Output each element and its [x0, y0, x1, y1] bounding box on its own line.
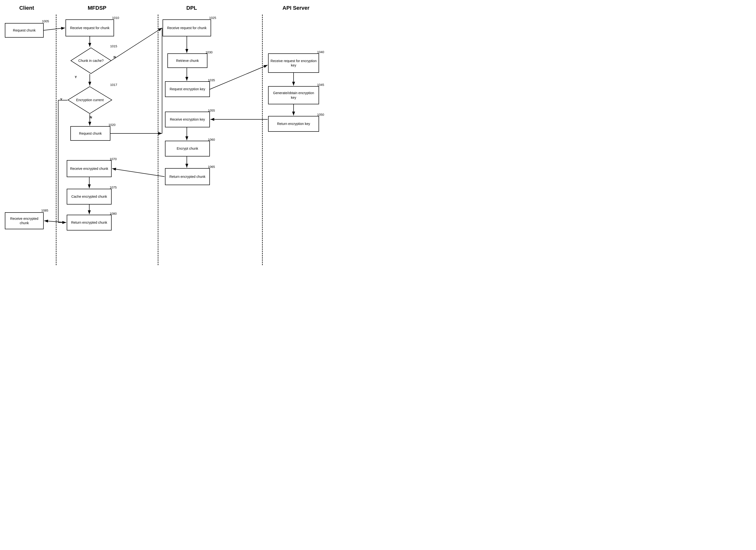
- ref-1030: 1030: [205, 50, 213, 54]
- label-n-encryption: N: [90, 115, 92, 119]
- ref-1045: 1045: [317, 83, 324, 87]
- ref-1085: 1085: [41, 209, 48, 212]
- ref-1017: 1017: [110, 83, 117, 87]
- svg-line-24: [44, 221, 66, 222]
- ref-1010: 1010: [112, 16, 119, 20]
- diagram-container: Client MFDSP DPL API Server Request chun…: [0, 0, 378, 275]
- header-client: Client: [7, 5, 46, 11]
- ref-1015: 1015: [110, 44, 117, 48]
- box-cache-encrypted-chunk: Cache encrypted chunk: [67, 189, 112, 205]
- arrows-overlay: [0, 0, 378, 275]
- ref-1050: 1050: [317, 113, 324, 116]
- ref-1060: 1060: [208, 138, 215, 141]
- box-receive-encryption-key-dpl: Receive encryption key: [165, 112, 210, 127]
- ref-1020: 1020: [108, 123, 115, 127]
- label-n-cache: N: [114, 55, 116, 59]
- header-dpl: DPL: [165, 5, 218, 11]
- divider-3: [262, 15, 263, 265]
- ref-1035: 1035: [208, 78, 215, 82]
- ref-1075: 1075: [110, 186, 117, 189]
- ref-1040: 1040: [317, 50, 324, 54]
- diamond-encryption-current: Encryption current: [67, 86, 112, 114]
- ref-1005: 1005: [42, 19, 49, 23]
- ref-1065: 1065: [208, 165, 215, 169]
- box-return-encryption-key: Return encryption key: [268, 116, 319, 132]
- box-receive-request-chunk-mfdsp: Receive request for chunk: [66, 19, 114, 36]
- svg-line-6: [111, 28, 162, 61]
- box-generate-obtain-encryption-key: Generate/obtain encryption key: [268, 86, 319, 104]
- label-y-cache: Y: [75, 75, 77, 79]
- box-receive-encrypted-chunk-mfdsp: Receive encrypted chunk: [67, 160, 112, 177]
- box-request-encryption-key: Request encryption key: [165, 81, 210, 97]
- header-api-server: API Server: [267, 5, 325, 11]
- box-retrieve-chunk: Retrieve chunk: [167, 53, 207, 68]
- ref-1025: 1025: [209, 16, 216, 20]
- box-receive-encrypted-chunk-client: Receive encrypted chunk: [5, 212, 44, 229]
- diamond-chunk-in-cache: Chunk in cache?: [70, 47, 112, 74]
- box-encrypt-chunk: Encrypt chunk: [165, 141, 210, 156]
- svg-line-3: [44, 28, 65, 30]
- ref-1055: 1055: [208, 109, 215, 112]
- ref-1080: 1080: [110, 212, 117, 215]
- box-receive-request-encryption-key: Receive request for encryption key: [268, 53, 319, 73]
- divider-1: [56, 15, 57, 265]
- header-mfdsp: MFDSP: [68, 5, 126, 11]
- ref-1070: 1070: [110, 157, 117, 161]
- box-request-chunk-client: Request chunk: [5, 23, 44, 38]
- box-return-encrypted-chunk-dpl: Return encrypted chunk: [165, 168, 210, 185]
- svg-line-15: [112, 169, 164, 177]
- svg-line-9: [210, 65, 268, 89]
- box-receive-request-chunk-dpl: Receive request for chunk: [163, 19, 211, 36]
- box-return-encrypted-chunk-mfdsp: Return encrypted chunk: [67, 215, 112, 230]
- label-y-encryption: Y: [60, 98, 62, 101]
- box-request-chunk-mfdsp: Request chunk: [70, 126, 110, 141]
- divider-2: [158, 15, 158, 265]
